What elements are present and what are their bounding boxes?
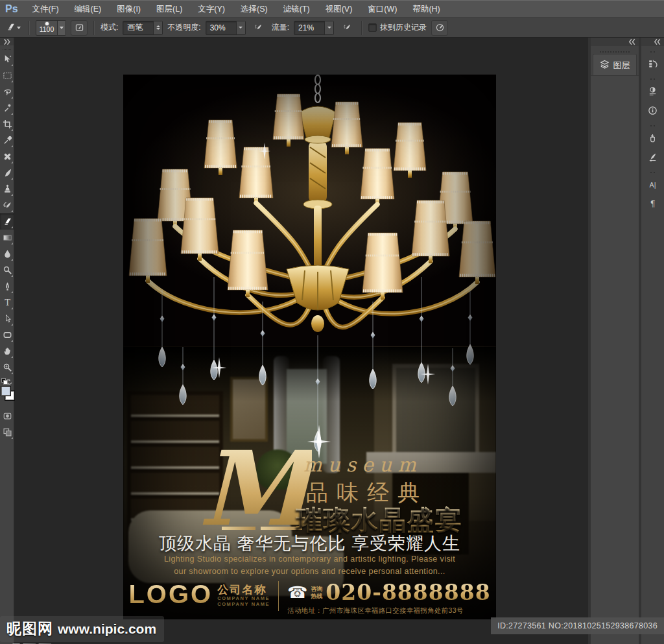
color-swatch-widget	[0, 378, 14, 408]
type-tool[interactable]: T	[0, 294, 14, 311]
layers-panel-column: 图层	[591, 38, 639, 644]
brush-pressure-size-button[interactable]	[431, 20, 448, 36]
eraser-icon	[6, 22, 16, 34]
zoom-tool[interactable]	[0, 359, 14, 376]
brush-tool[interactable]	[0, 165, 14, 181]
poster-document[interactable]: M museum 品味经典 璀璨水晶盛宴 顶级水晶 奢华无与伦比 享受荣耀人生 …	[123, 75, 496, 619]
svg-text:T: T	[5, 298, 10, 307]
menu-item-9[interactable]: 帮助(H)	[405, 1, 447, 18]
chandelier-graphic	[123, 75, 496, 464]
divider	[93, 21, 95, 35]
mode-select[interactable]: 画笔	[123, 21, 163, 35]
dock-collapse-header[interactable]	[591, 38, 639, 46]
eraser-tool-preset[interactable]	[4, 21, 23, 35]
opacity-dropdown[interactable]	[236, 21, 245, 34]
menu-bar: Ps 文件(F)编辑(E)图像(I)图层(L)文字(Y)选择(S)滤镜(T)视图…	[0, 0, 664, 18]
dock-collapse-header-2[interactable]	[641, 38, 664, 46]
brush-settings-panel-button[interactable]	[641, 147, 664, 167]
move-tool[interactable]	[0, 51, 14, 67]
magic-wand-tool[interactable]	[0, 100, 14, 116]
divider	[361, 21, 362, 35]
photoshop-logo: Ps	[0, 3, 25, 15]
tablet-opacity-button[interactable]	[250, 20, 267, 36]
tools-panel: T	[0, 38, 14, 644]
toggle-brush-panel-button[interactable]	[71, 20, 88, 36]
adjustments-panel-button[interactable]	[641, 81, 664, 101]
lasso-tool[interactable]	[0, 84, 14, 100]
photoshop-window: Ps 文件(F)编辑(E)图像(I)图层(L)文字(Y)选择(S)滤镜(T)视图…	[0, 0, 664, 644]
svg-text:¶: ¶	[650, 200, 656, 209]
healing-brush-tool[interactable]	[0, 149, 14, 165]
panel-grip[interactable]	[650, 122, 655, 126]
menu-item-3[interactable]: 图层(L)	[148, 1, 190, 18]
eyedropper-tool[interactable]	[0, 132, 14, 149]
watermark-partial-row: 昵图网	[6, 641, 53, 644]
panel-grip[interactable]	[650, 48, 655, 53]
flow-label: 流量:	[272, 22, 289, 33]
rectangular-marquee-tool[interactable]	[0, 67, 14, 84]
flow-dropdown[interactable]	[324, 21, 333, 34]
panel-dock: 图层 A|¶	[588, 38, 664, 644]
panel-grip[interactable]	[650, 75, 655, 80]
character-panel-button[interactable]: A|	[641, 174, 664, 194]
divider	[29, 21, 30, 35]
crop-tool[interactable]	[0, 116, 14, 132]
opacity-value: 30%	[206, 23, 236, 32]
hand-tool[interactable]	[0, 343, 14, 359]
menu-item-1[interactable]: 编辑(E)	[67, 1, 110, 18]
info-panel-button[interactable]	[641, 101, 664, 120]
layers-panel-tab[interactable]: 图层	[593, 54, 637, 77]
clone-stamp-tool[interactable]	[0, 181, 14, 197]
brush-picker-dropdown[interactable]	[57, 21, 65, 35]
image-id-text: ID:27273561 NO:20181025152938678036	[497, 621, 658, 630]
quick-mask-button[interactable]	[0, 408, 14, 424]
panel-grip[interactable]	[600, 48, 630, 53]
eraser-tool[interactable]	[0, 213, 14, 230]
checkbox-box[interactable]	[368, 23, 377, 32]
flow-value: 21%	[294, 23, 324, 32]
brush-size-value: 1100	[40, 26, 54, 33]
flow-field[interactable]: 21%	[294, 21, 334, 35]
watermark-site-url: www.nipic.com	[58, 621, 156, 637]
watermark-site-name: 昵图网	[6, 619, 53, 639]
history-brush-tool[interactable]	[0, 197, 14, 213]
layers-icon	[600, 60, 610, 71]
mode-label: 模式:	[101, 22, 118, 33]
menu-item-6[interactable]: 滤镜(T)	[276, 1, 318, 18]
blur-tool[interactable]	[0, 246, 14, 262]
rounded-rectangle-tool[interactable]	[0, 327, 14, 343]
history-panel-button[interactable]	[641, 54, 664, 73]
mode-value: 画笔	[123, 22, 153, 33]
menu-item-8[interactable]: 窗口(W)	[360, 1, 405, 18]
erase-to-history-label: 抹到历史记录	[380, 22, 427, 33]
image-id-bar: ID:27273561 NO:20181025152938678036	[491, 617, 664, 634]
mode-select-arrows[interactable]	[153, 21, 162, 34]
canvas-area[interactable]: M museum 品味经典 璀璨水晶盛宴 顶级水晶 奢华无与伦比 享受荣耀人生 …	[14, 38, 588, 644]
path-selection-tool[interactable]	[0, 311, 14, 327]
brush-preset-picker[interactable]: 1100	[36, 20, 66, 36]
erase-to-history-checkbox[interactable]: 抹到历史记录	[368, 22, 427, 33]
opacity-field[interactable]: 30%	[206, 21, 246, 35]
gradient-tool[interactable]	[0, 230, 14, 246]
brush-presets-panel-button[interactable]	[641, 128, 664, 147]
paragraph-panel-button[interactable]: ¶	[641, 194, 664, 213]
airbrush-toggle-button[interactable]	[338, 20, 355, 36]
layers-panel-body[interactable]	[591, 75, 639, 644]
watermark: 昵图网 www.nipic.com	[0, 616, 164, 642]
dodge-tool[interactable]	[0, 262, 14, 278]
layers-tab-label: 图层	[613, 60, 630, 71]
menu-items: 文件(F)编辑(E)图像(I)图层(L)文字(Y)选择(S)滤镜(T)视图(V)…	[25, 1, 448, 18]
pen-tool[interactable]	[0, 278, 14, 294]
toolbar-collapse-button[interactable]	[0, 38, 14, 45]
tool-options-bar: 1100 模式: 画笔 不透明度: 30% 流量: 21% 抹到历史记录	[0, 18, 664, 38]
menu-item-7[interactable]: 视图(V)	[318, 1, 361, 18]
foreground-color-swatch[interactable]	[1, 386, 11, 396]
panel-grip[interactable]	[650, 169, 655, 173]
svg-text:A|: A|	[650, 180, 656, 188]
menu-item-5[interactable]: 选择(S)	[233, 1, 276, 18]
menu-item-4[interactable]: 文字(Y)	[190, 1, 233, 18]
screen-mode-button[interactable]	[0, 424, 14, 440]
menu-item-2[interactable]: 图像(I)	[109, 1, 148, 18]
opacity-label: 不透明度:	[167, 22, 200, 33]
menu-item-0[interactable]: 文件(F)	[25, 1, 67, 18]
